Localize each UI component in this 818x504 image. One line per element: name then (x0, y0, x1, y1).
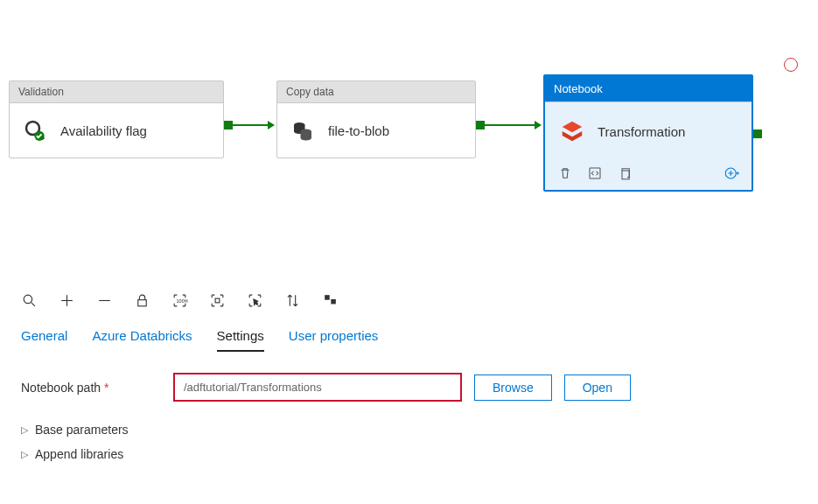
notebook-path-label: Notebook path * (21, 381, 161, 395)
canvas-toolbar: 100% (0, 280, 818, 314)
validation-indicator-icon (784, 58, 798, 72)
svg-rect-13 (138, 300, 147, 306)
tab-user-properties[interactable]: User properties (289, 323, 379, 352)
arrow-head-icon (535, 121, 542, 130)
activity-name: Transformation (598, 124, 685, 139)
tab-settings[interactable]: Settings (217, 323, 264, 352)
base-parameters-expander[interactable]: ▷ Base parameters (21, 417, 797, 442)
activity-copy-data[interactable]: Copy data file-to-blob (276, 80, 476, 158)
databricks-icon (559, 118, 585, 144)
add-icon[interactable] (59, 292, 75, 309)
svg-point-8 (24, 295, 32, 304)
remove-icon[interactable] (96, 292, 113, 309)
open-button[interactable]: Open (564, 374, 631, 401)
activity-type-label: Notebook (545, 76, 752, 102)
svg-rect-15 (215, 298, 220, 303)
svg-rect-6 (622, 171, 629, 179)
database-copy-icon (290, 117, 316, 144)
activity-name: Availability flag (60, 123, 147, 138)
activity-type-label: Validation (10, 81, 223, 103)
add-output-icon[interactable] (724, 165, 739, 181)
expander-label: Append libraries (35, 447, 123, 461)
lock-icon[interactable] (134, 292, 150, 309)
copy-icon[interactable] (617, 165, 633, 181)
chevron-right-icon: ▷ (21, 424, 28, 436)
pipeline-arrow (485, 124, 536, 126)
append-libraries-expander[interactable]: ▷ Append libraries (21, 442, 797, 466)
search-icon[interactable] (21, 292, 38, 309)
reorder-icon[interactable] (284, 292, 301, 309)
svg-rect-16 (325, 295, 330, 300)
code-icon[interactable] (587, 165, 603, 181)
select-icon[interactable] (247, 292, 263, 309)
connector-handle[interactable] (753, 130, 762, 138)
notebook-path-input[interactable] (173, 373, 462, 402)
browse-button[interactable]: Browse (474, 374, 552, 401)
connector-handle[interactable] (476, 121, 485, 130)
svg-line-9 (31, 303, 35, 306)
activity-type-label: Copy data (277, 81, 475, 103)
arrow-head-icon (268, 121, 275, 130)
pipeline-canvas[interactable]: Validation Availability flag Copy data f… (0, 0, 818, 280)
svg-rect-17 (331, 299, 336, 304)
delete-icon[interactable] (557, 165, 573, 181)
svg-text:100%: 100% (177, 298, 188, 304)
settings-pane: Notebook path * Browse Open ▷ Base param… (0, 352, 818, 487)
activity-name: file-to-blob (328, 123, 389, 138)
activity-validation[interactable]: Validation Availability flag (9, 80, 224, 158)
fit-screen-icon[interactable] (209, 292, 226, 309)
search-check-icon (22, 117, 48, 144)
chevron-right-icon: ▷ (21, 449, 28, 460)
connector-handle[interactable] (224, 121, 233, 130)
properties-tabs: General Azure Databricks Settings User p… (0, 314, 818, 352)
layout-icon[interactable] (322, 292, 339, 309)
expander-label: Base parameters (35, 423, 129, 437)
pipeline-arrow (233, 124, 269, 126)
activity-notebook[interactable]: Notebook Transformation (543, 74, 753, 192)
zoom-reset-icon[interactable]: 100% (171, 292, 188, 309)
tab-general[interactable]: General (21, 323, 67, 352)
tab-azure-databricks[interactable]: Azure Databricks (92, 323, 192, 352)
